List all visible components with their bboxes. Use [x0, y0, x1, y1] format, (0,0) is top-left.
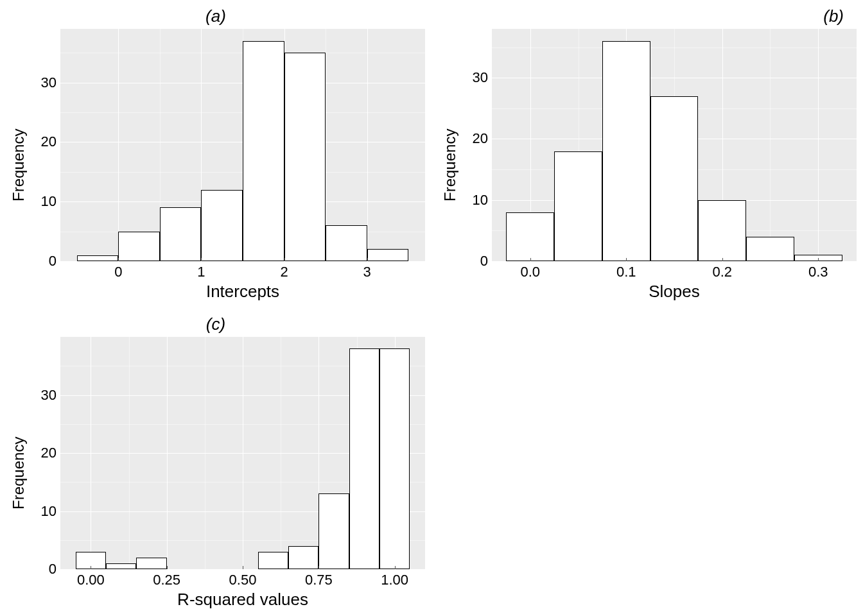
xtick-label: 0.75: [305, 572, 333, 588]
panel-c-yticks: 0102030: [31, 337, 60, 569]
xtick-label: 1: [197, 264, 205, 280]
ytick-label: 0: [49, 253, 57, 270]
ytick-label: 10: [473, 192, 488, 209]
panel-a-xlabel: Intercepts: [60, 282, 425, 302]
panel-b-plot: [492, 29, 857, 261]
xtick-label: 2: [280, 264, 288, 280]
panel-a-yticks: 0102030: [31, 29, 60, 261]
empty-panel: [438, 314, 857, 610]
panel-b-ylabel: Frequency: [438, 29, 462, 302]
histogram-bar: [201, 190, 243, 261]
histogram-bar: [258, 552, 288, 569]
ytick-label: 30: [473, 69, 488, 86]
chart-grid: (a) Frequency 0102030 0123 Intercepts (b…: [6, 6, 857, 610]
histogram-bar: [77, 255, 119, 261]
ytick-label: 0: [480, 253, 488, 270]
panel-b-xlabel: Slopes: [492, 282, 857, 302]
xtick-label: 3: [363, 264, 371, 280]
panel-c-ylabel: Frequency: [6, 337, 31, 610]
ytick-label: 30: [41, 387, 57, 404]
histogram-bar: [326, 225, 367, 261]
panel-c-plot: [60, 337, 425, 569]
xtick-label: 0.1: [616, 264, 636, 280]
histogram-bar: [698, 200, 746, 261]
histogram-bar: [118, 232, 160, 261]
histogram-bar: [554, 151, 602, 261]
histogram-bar: [288, 546, 318, 569]
histogram-bar: [746, 237, 794, 261]
ytick-label: 0: [49, 561, 57, 578]
histogram-bar: [367, 249, 409, 261]
ytick-label: 20: [41, 133, 57, 150]
histogram-bar: [284, 53, 326, 261]
panel-a-ylabel: Frequency: [6, 29, 31, 302]
histogram-bar: [160, 207, 202, 261]
histogram-bar: [379, 348, 410, 569]
ytick-label: 10: [41, 503, 57, 520]
panel-b-xaxis: 0.00.10.20.3: [492, 261, 857, 280]
panel-a-plot: [60, 29, 425, 261]
histogram-bar: [650, 96, 699, 261]
panel-c: (c) Frequency 0102030 0.000.250.500.751.…: [6, 314, 425, 610]
histogram-bar: [318, 493, 349, 569]
panel-c-xlabel: R-squared values: [60, 590, 425, 610]
panel-b-title: (b): [438, 6, 857, 26]
xtick-label: 0.3: [808, 264, 828, 280]
histogram-bar: [349, 348, 379, 569]
ytick-label: 30: [41, 74, 57, 91]
panel-a: (a) Frequency 0102030 0123 Intercepts: [6, 6, 425, 302]
histogram-bar: [136, 558, 166, 569]
panel-b: (b) Frequency 0102030 0.00.10.20.3 Slope…: [438, 6, 857, 302]
histogram-bar: [106, 563, 136, 569]
panel-a-xaxis: 0123: [60, 261, 425, 280]
xtick-label: 0.2: [712, 264, 732, 280]
panel-b-yticks: 0102030: [462, 29, 492, 261]
xtick-label: 0.0: [520, 264, 540, 280]
histogram-bar: [506, 212, 554, 261]
histogram-bar: [602, 41, 650, 261]
xtick-label: 0: [114, 264, 122, 280]
xtick-label: 1.00: [381, 572, 408, 588]
panel-a-title: (a): [6, 6, 425, 26]
xtick-label: 0.00: [77, 572, 105, 588]
xtick-label: 0.50: [229, 572, 257, 588]
ytick-label: 20: [41, 445, 57, 461]
histogram-bar: [243, 41, 284, 261]
panel-c-xaxis: 0.000.250.500.751.00: [60, 569, 425, 588]
ytick-label: 10: [41, 193, 57, 210]
panel-c-title: (c): [6, 314, 425, 334]
xtick-label: 0.25: [153, 572, 180, 588]
ytick-label: 20: [473, 130, 488, 147]
